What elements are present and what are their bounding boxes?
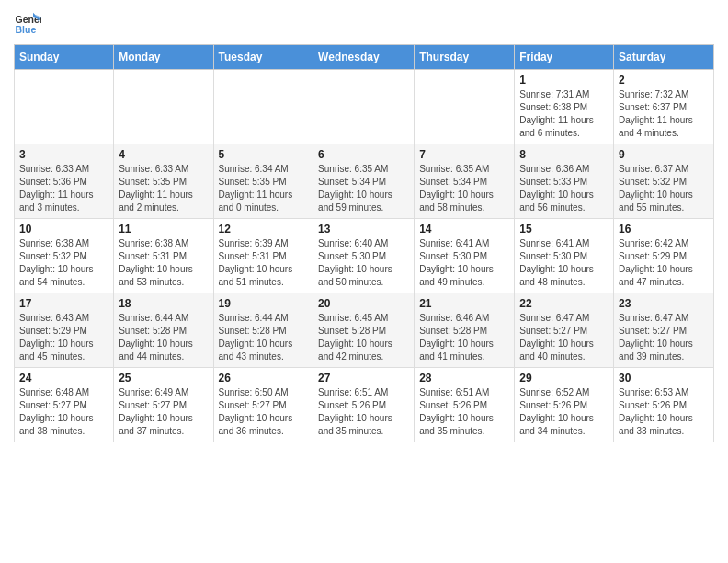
- day-cell: 11Sunrise: 6:38 AM Sunset: 5:31 PM Dayli…: [114, 219, 213, 293]
- day-number: 7: [419, 148, 509, 161]
- weekday-header-tuesday: Tuesday: [213, 45, 313, 70]
- day-number: 10: [19, 223, 108, 236]
- weekday-header-row: SundayMondayTuesdayWednesdayThursdayFrid…: [15, 45, 714, 70]
- day-info: Sunrise: 6:52 AM Sunset: 5:26 PM Dayligh…: [519, 386, 609, 438]
- day-info: Sunrise: 6:35 AM Sunset: 5:34 PM Dayligh…: [419, 163, 509, 214]
- day-cell: 5Sunrise: 6:34 AM Sunset: 5:35 PM Daylig…: [213, 144, 313, 219]
- header: General Blue: [14, 9, 714, 37]
- day-cell: 4Sunrise: 6:33 AM Sunset: 5:35 PM Daylig…: [114, 144, 213, 219]
- day-cell: 21Sunrise: 6:46 AM Sunset: 5:28 PM Dayli…: [415, 293, 515, 368]
- day-info: Sunrise: 7:31 AM Sunset: 6:38 PM Dayligh…: [519, 88, 609, 140]
- day-number: 6: [318, 148, 409, 161]
- day-info: Sunrise: 6:34 AM Sunset: 5:35 PM Dayligh…: [219, 163, 309, 214]
- logo-icon: General Blue: [14, 9, 41, 37]
- weekday-header-sunday: Sunday: [15, 45, 114, 70]
- day-number: 9: [619, 148, 709, 161]
- day-number: 14: [419, 223, 509, 236]
- day-cell: [114, 70, 213, 144]
- day-number: 11: [119, 223, 208, 236]
- day-number: 25: [119, 372, 208, 385]
- day-cell: [415, 70, 515, 144]
- day-info: Sunrise: 6:38 AM Sunset: 5:32 PM Dayligh…: [19, 237, 108, 289]
- day-number: 2: [619, 74, 709, 86]
- day-cell: 17Sunrise: 6:43 AM Sunset: 5:29 PM Dayli…: [15, 293, 114, 368]
- day-number: 22: [519, 297, 609, 310]
- day-info: Sunrise: 6:36 AM Sunset: 5:33 PM Dayligh…: [519, 163, 609, 214]
- day-info: Sunrise: 6:49 AM Sunset: 5:27 PM Dayligh…: [119, 386, 208, 438]
- day-info: Sunrise: 6:47 AM Sunset: 5:27 PM Dayligh…: [619, 312, 709, 363]
- day-info: Sunrise: 6:53 AM Sunset: 5:26 PM Dayligh…: [619, 386, 709, 438]
- day-info: Sunrise: 6:33 AM Sunset: 5:36 PM Dayligh…: [19, 163, 108, 214]
- day-cell: 6Sunrise: 6:35 AM Sunset: 5:34 PM Daylig…: [313, 144, 415, 219]
- day-number: 13: [318, 223, 409, 236]
- day-cell: 2Sunrise: 7:32 AM Sunset: 6:37 PM Daylig…: [614, 70, 714, 144]
- day-info: Sunrise: 7:32 AM Sunset: 6:37 PM Dayligh…: [619, 88, 709, 140]
- day-cell: 10Sunrise: 6:38 AM Sunset: 5:32 PM Dayli…: [15, 219, 114, 293]
- day-number: 26: [219, 372, 309, 385]
- day-cell: 16Sunrise: 6:42 AM Sunset: 5:29 PM Dayli…: [614, 219, 714, 293]
- day-info: Sunrise: 6:33 AM Sunset: 5:35 PM Dayligh…: [119, 163, 208, 214]
- week-row-3: 10Sunrise: 6:38 AM Sunset: 5:32 PM Dayli…: [15, 219, 714, 293]
- day-cell: 26Sunrise: 6:50 AM Sunset: 5:27 PM Dayli…: [213, 368, 313, 442]
- svg-text:Blue: Blue: [16, 24, 37, 35]
- day-number: 16: [619, 223, 709, 236]
- day-info: Sunrise: 6:45 AM Sunset: 5:28 PM Dayligh…: [318, 312, 409, 363]
- day-info: Sunrise: 6:46 AM Sunset: 5:28 PM Dayligh…: [419, 312, 509, 363]
- day-number: 15: [519, 223, 609, 236]
- day-number: 30: [619, 372, 709, 385]
- day-cell: [313, 70, 415, 144]
- day-cell: 19Sunrise: 6:44 AM Sunset: 5:28 PM Dayli…: [213, 293, 313, 368]
- day-cell: [213, 70, 313, 144]
- day-info: Sunrise: 6:50 AM Sunset: 5:27 PM Dayligh…: [219, 386, 309, 438]
- calendar-table: SundayMondayTuesdayWednesdayThursdayFrid…: [14, 44, 714, 442]
- day-cell: 28Sunrise: 6:51 AM Sunset: 5:26 PM Dayli…: [415, 368, 515, 442]
- day-number: 5: [219, 148, 309, 161]
- day-info: Sunrise: 6:48 AM Sunset: 5:27 PM Dayligh…: [19, 386, 108, 438]
- week-row-1: 1Sunrise: 7:31 AM Sunset: 6:38 PM Daylig…: [15, 70, 714, 144]
- day-info: Sunrise: 6:41 AM Sunset: 5:30 PM Dayligh…: [519, 237, 609, 289]
- day-info: Sunrise: 6:43 AM Sunset: 5:29 PM Dayligh…: [19, 312, 108, 363]
- week-row-5: 24Sunrise: 6:48 AM Sunset: 5:27 PM Dayli…: [15, 368, 714, 442]
- day-cell: 1Sunrise: 7:31 AM Sunset: 6:38 PM Daylig…: [515, 70, 614, 144]
- day-cell: 18Sunrise: 6:44 AM Sunset: 5:28 PM Dayli…: [114, 293, 213, 368]
- day-cell: 20Sunrise: 6:45 AM Sunset: 5:28 PM Dayli…: [313, 293, 415, 368]
- day-info: Sunrise: 6:42 AM Sunset: 5:29 PM Dayligh…: [619, 237, 709, 289]
- day-number: 27: [318, 372, 409, 385]
- weekday-header-friday: Friday: [515, 45, 614, 70]
- day-cell: [15, 70, 114, 144]
- day-number: 28: [419, 372, 509, 385]
- day-cell: 14Sunrise: 6:41 AM Sunset: 5:30 PM Dayli…: [415, 219, 515, 293]
- day-info: Sunrise: 6:51 AM Sunset: 5:26 PM Dayligh…: [318, 386, 409, 438]
- day-number: 3: [19, 148, 108, 161]
- day-info: Sunrise: 6:35 AM Sunset: 5:34 PM Dayligh…: [318, 163, 409, 214]
- weekday-header-wednesday: Wednesday: [313, 45, 415, 70]
- day-number: 19: [219, 297, 309, 310]
- day-cell: 9Sunrise: 6:37 AM Sunset: 5:32 PM Daylig…: [614, 144, 714, 219]
- day-cell: 27Sunrise: 6:51 AM Sunset: 5:26 PM Dayli…: [313, 368, 415, 442]
- day-info: Sunrise: 6:41 AM Sunset: 5:30 PM Dayligh…: [419, 237, 509, 289]
- day-cell: 7Sunrise: 6:35 AM Sunset: 5:34 PM Daylig…: [415, 144, 515, 219]
- day-info: Sunrise: 6:44 AM Sunset: 5:28 PM Dayligh…: [119, 312, 208, 363]
- day-cell: 15Sunrise: 6:41 AM Sunset: 5:30 PM Dayli…: [515, 219, 614, 293]
- day-cell: 13Sunrise: 6:40 AM Sunset: 5:30 PM Dayli…: [313, 219, 415, 293]
- day-info: Sunrise: 6:39 AM Sunset: 5:31 PM Dayligh…: [219, 237, 309, 289]
- day-number: 4: [119, 148, 208, 161]
- day-cell: 25Sunrise: 6:49 AM Sunset: 5:27 PM Dayli…: [114, 368, 213, 442]
- day-info: Sunrise: 6:37 AM Sunset: 5:32 PM Dayligh…: [619, 163, 709, 214]
- day-info: Sunrise: 6:40 AM Sunset: 5:30 PM Dayligh…: [318, 237, 409, 289]
- day-cell: 12Sunrise: 6:39 AM Sunset: 5:31 PM Dayli…: [213, 219, 313, 293]
- weekday-header-thursday: Thursday: [415, 45, 515, 70]
- day-info: Sunrise: 6:47 AM Sunset: 5:27 PM Dayligh…: [519, 312, 609, 363]
- logo: General Blue: [14, 9, 43, 37]
- day-cell: 24Sunrise: 6:48 AM Sunset: 5:27 PM Dayli…: [15, 368, 114, 442]
- day-number: 1: [519, 74, 609, 86]
- week-row-2: 3Sunrise: 6:33 AM Sunset: 5:36 PM Daylig…: [15, 144, 714, 219]
- day-number: 20: [318, 297, 409, 310]
- day-number: 12: [219, 223, 309, 236]
- day-cell: 3Sunrise: 6:33 AM Sunset: 5:36 PM Daylig…: [15, 144, 114, 219]
- weekday-header-monday: Monday: [114, 45, 213, 70]
- day-number: 17: [19, 297, 108, 310]
- day-number: 8: [519, 148, 609, 161]
- day-number: 29: [519, 372, 609, 385]
- day-info: Sunrise: 6:44 AM Sunset: 5:28 PM Dayligh…: [219, 312, 309, 363]
